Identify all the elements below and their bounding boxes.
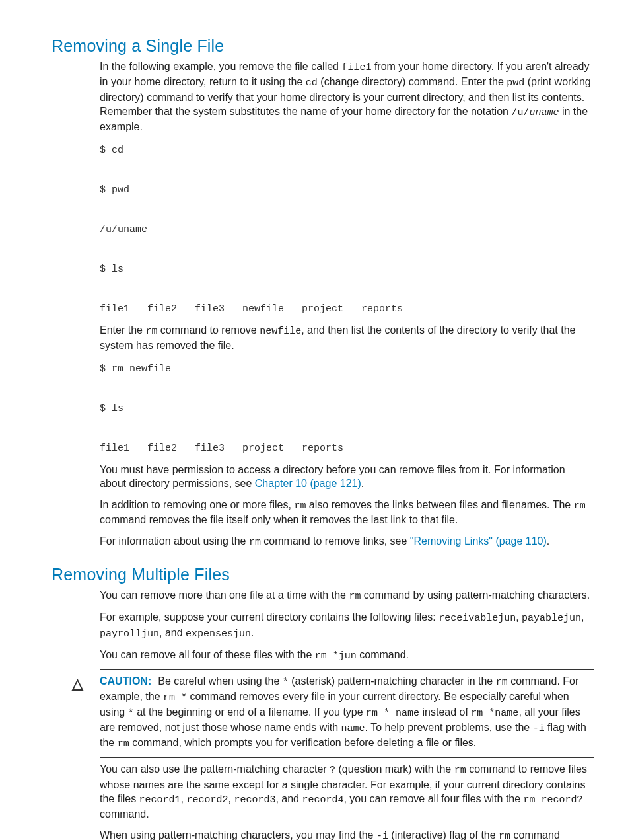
text: When using pattern-matching characters, … bbox=[100, 829, 376, 840]
divider bbox=[100, 757, 594, 758]
code-inline: rm bbox=[249, 537, 261, 548]
caution-block: △ CAUTION:Be careful when using the * (a… bbox=[100, 674, 594, 751]
code-inline: rm bbox=[349, 591, 361, 602]
code-inline: expensesjun bbox=[186, 629, 251, 640]
text: (interactive) flag of the bbox=[388, 829, 499, 840]
text: Be careful when using the bbox=[158, 675, 283, 687]
code-inline: rm bbox=[118, 738, 129, 749]
paragraph: In addition to removing one or more file… bbox=[100, 498, 594, 527]
text: command. bbox=[100, 808, 149, 820]
text: . bbox=[251, 627, 254, 638]
code-inline: rm record? bbox=[524, 794, 583, 806]
page-container: Removing a Single File In the following … bbox=[0, 0, 630, 840]
text: command removes the file itself only whe… bbox=[100, 514, 458, 525]
text: For example, suppose your current direct… bbox=[100, 611, 438, 623]
code-inline: pwd bbox=[507, 77, 524, 89]
text: You can also use the pattern-matching ch… bbox=[100, 763, 330, 775]
code-inline: record3 bbox=[234, 794, 275, 806]
code-inline: payablejun bbox=[522, 613, 581, 624]
heading-removing-single-file: Removing a Single File bbox=[52, 36, 594, 56]
code-inline: record2 bbox=[187, 794, 228, 806]
code-inline: rm bbox=[145, 326, 157, 337]
code-inline: name bbox=[341, 723, 365, 734]
code-inline-italic: uname bbox=[529, 107, 559, 118]
text: . bbox=[547, 535, 549, 547]
text: , you can remove all four files with the bbox=[343, 793, 523, 804]
code-inline: record1 bbox=[139, 794, 181, 806]
code-inline: * bbox=[128, 708, 134, 719]
code-inline: rm *jun bbox=[315, 650, 357, 662]
divider bbox=[100, 669, 594, 670]
code-inline: file1 bbox=[341, 62, 371, 73]
code-block: $ cd $ pwd /u/uname $ ls file1 file2 fil… bbox=[100, 141, 594, 319]
text: In the following example, you remove the… bbox=[100, 61, 341, 72]
text: . bbox=[361, 478, 364, 489]
code-inline: rm bbox=[454, 765, 466, 776]
text: . To help prevent problems, use the bbox=[365, 722, 533, 733]
text: (change directory) command. Enter the bbox=[318, 76, 507, 87]
code-inline: record4 bbox=[302, 794, 343, 806]
heading-removing-multiple-files: Removing Multiple Files bbox=[52, 565, 594, 584]
paragraph: For information about using the rm comma… bbox=[100, 534, 594, 549]
code-inline: /u/ bbox=[511, 107, 529, 118]
text: , and bbox=[159, 627, 186, 638]
caution-label: CAUTION: bbox=[100, 675, 151, 687]
text: Enter the bbox=[100, 325, 145, 336]
code-inline: rm bbox=[496, 677, 508, 688]
paragraph: For example, suppose your current direct… bbox=[100, 610, 594, 641]
link-removing-links[interactable]: "Removing Links" (page 110) bbox=[410, 535, 547, 547]
link-chapter-10[interactable]: Chapter 10 (page 121) bbox=[255, 478, 361, 489]
code-inline: receivablejun bbox=[438, 613, 516, 624]
text: , and bbox=[275, 793, 302, 804]
text: instead of bbox=[419, 706, 471, 718]
paragraph: You can also use the pattern-matching ch… bbox=[100, 762, 594, 821]
code-inline: rm bbox=[499, 831, 510, 840]
caution-icon: △ bbox=[72, 675, 83, 693]
paragraph: You can remove more than one file at a t… bbox=[100, 588, 594, 603]
code-inline: -i bbox=[376, 831, 388, 840]
text: also removes the links between files and… bbox=[306, 499, 573, 510]
text: command. bbox=[357, 649, 409, 660]
text: (asterisk) pattern-matching character in… bbox=[289, 675, 496, 687]
code-block: $ rm newfile $ ls file1 file2 file3 proj… bbox=[100, 360, 594, 459]
code-inline: rm bbox=[294, 500, 306, 512]
text: command, which prompts you for verificat… bbox=[129, 737, 477, 748]
code-inline: payrolljun bbox=[100, 629, 159, 640]
code-inline: rm * name bbox=[366, 708, 419, 719]
text: For information about using the bbox=[100, 535, 249, 547]
text: , bbox=[581, 611, 584, 623]
text: command to remove links, see bbox=[261, 535, 410, 547]
code-inline: rm * bbox=[163, 692, 187, 703]
code-inline: ? bbox=[330, 765, 335, 776]
caution-paragraph: CAUTION:Be careful when using the * (ast… bbox=[100, 674, 594, 751]
paragraph: Enter the rm command to remove newfile, … bbox=[100, 323, 594, 353]
section-2-body: You can remove more than one file at a t… bbox=[100, 588, 594, 840]
section-1-body: In the following example, you remove the… bbox=[100, 59, 594, 549]
text: , bbox=[181, 793, 187, 804]
code-inline: newfile bbox=[260, 326, 301, 337]
paragraph: When using pattern-matching characters, … bbox=[100, 828, 594, 840]
code-inline: rm *name bbox=[471, 708, 518, 719]
text: , bbox=[516, 611, 522, 623]
code-inline: rm bbox=[574, 500, 586, 512]
code-inline: * bbox=[283, 677, 289, 688]
paragraph: You can remove all four of these files w… bbox=[100, 648, 594, 663]
paragraph: In the following example, you remove the… bbox=[100, 59, 594, 134]
text: You can remove more than one file at a t… bbox=[100, 590, 349, 601]
text: command to remove bbox=[157, 325, 260, 336]
text: (question mark) with the bbox=[335, 763, 454, 775]
text: command by using pattern-matching charac… bbox=[361, 590, 590, 601]
code-inline: cd bbox=[306, 77, 318, 89]
code-inline: -i bbox=[533, 723, 545, 734]
paragraph: You must have permission to access a dir… bbox=[100, 463, 594, 491]
text: In addition to removing one or more file… bbox=[100, 499, 294, 510]
text: You can remove all four of these files w… bbox=[100, 649, 315, 660]
text: at the beginning or end of a filename. I… bbox=[134, 706, 366, 718]
